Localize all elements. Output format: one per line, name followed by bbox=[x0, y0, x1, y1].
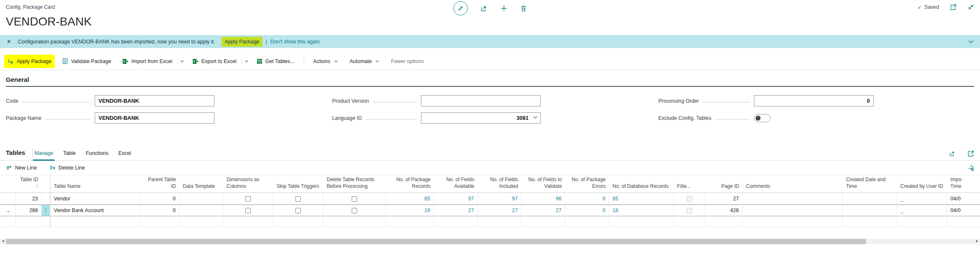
cell-fields-included[interactable]: 27 bbox=[478, 205, 521, 216]
header-filtered[interactable]: Filte... bbox=[674, 175, 705, 193]
tab-manage[interactable]: Manage bbox=[33, 149, 54, 161]
scroll-left-icon[interactable]: ◄ bbox=[1, 239, 5, 243]
open-in-new-window-button[interactable] bbox=[950, 4, 957, 10]
header-fields-to-validate[interactable]: No. of Fields to Validate bbox=[521, 175, 565, 193]
cell-comments[interactable] bbox=[743, 193, 843, 205]
import-dropdown-chevron-icon[interactable] bbox=[179, 58, 185, 64]
header-package-records[interactable]: No. of Package Records bbox=[386, 175, 434, 193]
language-id-input[interactable] bbox=[421, 112, 541, 124]
apply-package-button[interactable]: Apply Package bbox=[4, 55, 55, 68]
cell-database-records[interactable]: 18 bbox=[609, 205, 674, 216]
dont-show-again-link[interactable]: Don't show this again bbox=[270, 39, 320, 45]
row-selector-cell[interactable] bbox=[0, 193, 16, 205]
header-fields-available[interactable]: No. of Fields Available bbox=[434, 175, 478, 193]
cell-fields-available[interactable]: 97 bbox=[434, 193, 478, 205]
cell-page-id[interactable]: 27 bbox=[705, 193, 743, 205]
automate-menu-button[interactable]: Automate bbox=[346, 55, 384, 68]
tab-table[interactable]: Table bbox=[62, 149, 77, 160]
delete-button[interactable] bbox=[520, 5, 527, 12]
cell-dimensions-checkbox[interactable] bbox=[223, 205, 273, 216]
product-version-input[interactable] bbox=[421, 95, 541, 106]
cell-data-template[interactable] bbox=[179, 193, 223, 205]
cell-created-datetime[interactable] bbox=[843, 205, 897, 216]
header-skip-table-triggers[interactable]: Skip Table Triggers bbox=[273, 175, 323, 193]
checkbox-icon[interactable] bbox=[245, 208, 251, 213]
cell-delete-records-checkbox[interactable] bbox=[323, 193, 386, 205]
collapse-button[interactable] bbox=[967, 4, 974, 10]
header-data-template[interactable]: Data Template bbox=[179, 175, 223, 193]
notification-apply-package-link[interactable]: Apply Package bbox=[222, 37, 262, 47]
cell-import-datetime[interactable]: 04/0 bbox=[947, 205, 980, 216]
cell-parent-table-id[interactable]: 0 bbox=[140, 193, 179, 205]
cell-table-name[interactable]: Vendor Bank Account bbox=[50, 205, 140, 216]
import-from-excel-button[interactable]: Import from Excel bbox=[119, 55, 176, 68]
checkbox-icon[interactable] bbox=[295, 196, 301, 202]
cell-database-records[interactable]: 85 bbox=[609, 193, 674, 205]
horizontal-scrollbar[interactable]: ◄ ► bbox=[0, 239, 980, 244]
cell-filtered-checkbox[interactable] bbox=[674, 193, 705, 205]
new-button[interactable] bbox=[500, 5, 508, 12]
row-menu-button[interactable]: ⋮ bbox=[42, 205, 50, 216]
header-created-datetime[interactable]: Created Date and Time bbox=[843, 175, 897, 193]
checkbox-icon[interactable] bbox=[352, 208, 357, 213]
cell-data-template[interactable] bbox=[179, 205, 223, 216]
expand-list-button[interactable] bbox=[967, 150, 974, 157]
header-import-datetime[interactable]: Impo Time bbox=[947, 175, 980, 193]
cell-package-records[interactable]: 19 bbox=[386, 205, 434, 216]
checkbox-icon[interactable] bbox=[245, 196, 251, 202]
share-list-button[interactable] bbox=[949, 150, 956, 157]
scroll-right-icon[interactable]: ► bbox=[975, 239, 979, 243]
tables-heading[interactable]: Tables bbox=[6, 149, 25, 160]
row-selector-cell[interactable]: → bbox=[0, 205, 16, 216]
tab-functions[interactable]: Functions bbox=[84, 149, 109, 160]
cell-package-errors[interactable]: 0 bbox=[565, 193, 609, 205]
cell-table-id[interactable]: 288 bbox=[16, 205, 42, 216]
code-input[interactable] bbox=[95, 95, 214, 106]
header-database-records[interactable]: No. of Database Records bbox=[609, 175, 674, 193]
fewer-options-button[interactable]: Fewer options bbox=[388, 55, 427, 68]
cell-dots[interactable] bbox=[42, 193, 50, 205]
validate-package-button[interactable]: Validate Package bbox=[59, 54, 114, 68]
cell-parent-table-id[interactable]: 0 bbox=[140, 205, 179, 216]
header-fields-included[interactable]: No. of Fields Included bbox=[478, 175, 521, 193]
header-table-id[interactable]: Table ID ↑ bbox=[16, 175, 42, 193]
checkbox-icon[interactable] bbox=[295, 208, 301, 213]
cell-skip-triggers-checkbox[interactable] bbox=[273, 205, 323, 216]
header-package-errors[interactable]: No. of Package Errors bbox=[565, 175, 609, 193]
cell-fields-to-validate[interactable]: 96 bbox=[521, 193, 565, 205]
cell-import-datetime[interactable]: 04/0 bbox=[947, 193, 980, 205]
cell-delete-records-checkbox[interactable] bbox=[323, 205, 386, 216]
language-id-chevron-icon[interactable] bbox=[533, 116, 537, 119]
delete-line-button[interactable]: Delete Line bbox=[49, 165, 85, 171]
header-table-name[interactable]: Table Name bbox=[50, 175, 140, 193]
header-parent-table-id[interactable]: Parent Table ID bbox=[140, 175, 179, 193]
cell-dimensions-checkbox[interactable] bbox=[223, 193, 273, 205]
exclude-config-toggle[interactable] bbox=[754, 114, 771, 122]
tab-excel[interactable]: Excel bbox=[117, 149, 133, 160]
actions-menu-button[interactable]: Actions bbox=[310, 55, 342, 68]
header-delete-records[interactable]: Delete Table Records Before Processing bbox=[323, 175, 386, 193]
edit-button[interactable] bbox=[453, 1, 468, 15]
cell-fields-included[interactable]: 97 bbox=[478, 193, 521, 205]
cell-skip-triggers-checkbox[interactable] bbox=[273, 193, 323, 205]
cell-table-id[interactable]: 23 bbox=[16, 193, 42, 205]
export-to-excel-button[interactable]: Export to Excel bbox=[189, 55, 240, 68]
cell-comments[interactable] bbox=[743, 205, 843, 216]
export-dropdown-chevron-icon[interactable] bbox=[244, 58, 249, 64]
processing-order-input[interactable] bbox=[754, 95, 874, 106]
cell-fields-to-validate[interactable]: 27 bbox=[521, 205, 565, 216]
cell-created-datetime[interactable] bbox=[843, 193, 897, 205]
close-icon[interactable]: ✕ bbox=[7, 38, 11, 45]
share-button[interactable] bbox=[480, 5, 488, 12]
header-comments[interactable]: Comments bbox=[743, 175, 843, 193]
header-dimensions-as-columns[interactable]: Dimensions as Columns bbox=[223, 175, 273, 193]
header-created-by[interactable]: Created by User ID bbox=[897, 175, 947, 193]
cell-dots[interactable]: ⋮ bbox=[42, 205, 50, 216]
general-heading[interactable]: General bbox=[6, 76, 974, 87]
checkbox-icon[interactable] bbox=[352, 196, 357, 202]
cell-created-by[interactable]: _ bbox=[897, 193, 947, 205]
cell-page-id[interactable]: 426 bbox=[705, 205, 743, 216]
unpin-button[interactable] bbox=[967, 164, 974, 171]
scrollbar-thumb[interactable] bbox=[6, 239, 866, 244]
chevron-down-icon[interactable] bbox=[968, 40, 973, 43]
